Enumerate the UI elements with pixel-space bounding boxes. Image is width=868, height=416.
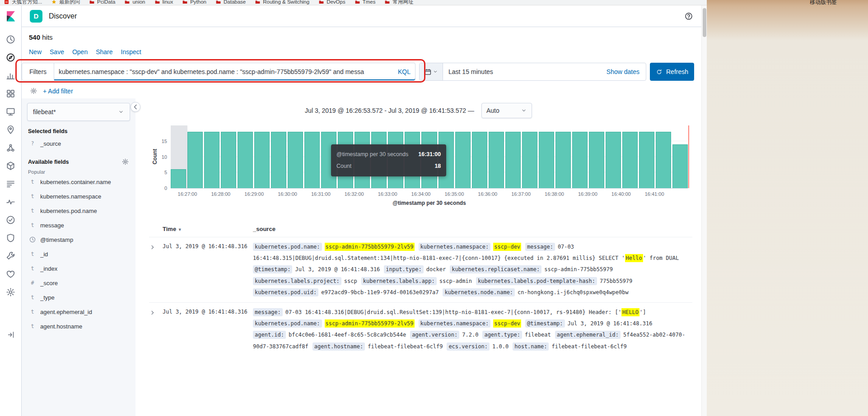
nav-collapse-button[interactable] (6, 330, 15, 339)
histogram-bar[interactable] (672, 144, 688, 188)
field-name-badge: agent.ephemeral_id: (555, 331, 621, 339)
histogram-bar[interactable] (589, 132, 604, 188)
refresh-button[interactable]: Refresh (650, 63, 694, 81)
field-item-agent-hostname[interactable]: tagent.hostname (27, 319, 130, 333)
field-item-kubernetes-container-name[interactable]: tkubernetes.container.name (27, 175, 130, 189)
nav-canvas[interactable] (5, 106, 16, 117)
bookmark-item[interactable]: Routing & Switching (255, 0, 309, 5)
histogram-bar[interactable] (505, 132, 521, 188)
scrollbar[interactable] (701, 5, 707, 416)
field-name: kubernetes.container.name (40, 179, 111, 185)
histogram-bar[interactable] (539, 132, 554, 188)
nav-infrastructure[interactable] (5, 161, 16, 171)
field-item-_type[interactable]: t_type (27, 290, 130, 305)
nav-recently-viewed[interactable] (5, 34, 16, 45)
bookmark-item[interactable]: 常用网址 (384, 0, 413, 5)
field-item-kubernetes-pod-name[interactable]: tkubernetes.pod.name (27, 203, 130, 218)
field-item-_id[interactable]: t_id (27, 247, 130, 261)
field-item-kubernetes-namespace[interactable]: tkubernetes.namespace (27, 189, 130, 203)
space-avatar[interactable]: D (30, 10, 42, 23)
histogram-bar[interactable] (639, 132, 654, 188)
histogram-bar[interactable] (304, 132, 320, 188)
time-range-label[interactable]: Last 15 minutes (443, 68, 499, 75)
histogram-bar[interactable] (555, 132, 571, 188)
field-item-agent-ephemeral_id[interactable]: tagent.ephemeral_id (27, 305, 130, 319)
field-value: bfc4c0e6-1681-4eef-8c65-5c8ca9cb544e (289, 332, 406, 338)
visualize-icon (5, 70, 16, 81)
histogram-bar[interactable] (622, 132, 638, 188)
add-filter-button[interactable]: + Add filter (43, 88, 73, 95)
nav-dev-tools[interactable] (5, 251, 16, 261)
nav-discover[interactable] (5, 52, 16, 63)
kibana-logo[interactable] (0, 5, 22, 27)
histogram-bar[interactable] (238, 132, 253, 188)
histogram-bar[interactable] (221, 132, 236, 188)
bookmark-item[interactable]: Database (215, 0, 246, 5)
nav-visualize[interactable] (5, 70, 16, 81)
bookmark-item[interactable]: Tmes (355, 0, 376, 5)
histogram-bar[interactable] (455, 132, 471, 188)
expand-row-button[interactable] (149, 244, 156, 251)
menu-save[interactable]: Save (50, 48, 64, 55)
field-item--timestamp[interactable]: @timestamp (27, 232, 130, 247)
nav-dashboard[interactable] (5, 88, 16, 99)
collapse-sidebar-button[interactable] (131, 102, 140, 112)
histogram-bar[interactable] (522, 132, 537, 188)
filter-settings-icon[interactable] (30, 87, 37, 95)
menu-share[interactable]: Share (96, 48, 112, 55)
bookmark-item[interactable]: 最新的问 (51, 0, 80, 5)
menu-new[interactable]: New (29, 48, 42, 55)
histogram-bar[interactable] (204, 132, 219, 188)
help-icon[interactable] (684, 12, 693, 21)
bookmark-item[interactable]: 天狐官方知... (4, 0, 42, 5)
nav-uptime[interactable] (5, 215, 16, 225)
bookmark-item[interactable]: DevOps (318, 0, 345, 5)
histogram-bar[interactable] (489, 132, 504, 188)
nav-siem[interactable] (5, 233, 16, 243)
field-value: 07-03 16:41:48.316|DEBUG|druid.sql.Resul… (285, 309, 621, 315)
menu-inspect[interactable]: Inspect (121, 48, 141, 55)
field-item-_index[interactable]: t_index (27, 261, 130, 276)
mobile-bookmarks-label: 移动版书签 (810, 0, 837, 6)
nav-stack-monitoring[interactable] (5, 269, 16, 279)
scrollbar-thumb[interactable] (703, 8, 706, 37)
field-item-_source[interactable]: ?_source (27, 136, 130, 151)
x-tick: 16:35:00 (444, 191, 464, 197)
fields-settings-icon[interactable] (121, 158, 129, 166)
field-item-_score[interactable]: #_score (27, 276, 130, 290)
field-type-icon: t (29, 193, 36, 200)
highlighted-value: sscp-dev (493, 319, 521, 328)
column-header-time[interactable]: Time ▼ (163, 226, 253, 232)
histogram-bar[interactable] (271, 132, 286, 188)
histogram-bar[interactable] (171, 169, 186, 188)
histogram-bar[interactable] (288, 132, 303, 188)
nav-machine-learning[interactable] (5, 143, 16, 153)
bookmark-item[interactable]: Python (182, 0, 206, 5)
index-pattern-select[interactable]: filebeat* (27, 103, 130, 121)
nav-apm[interactable] (5, 197, 16, 207)
nav-maps[interactable] (5, 125, 16, 135)
histogram-bar[interactable] (656, 132, 671, 188)
histogram-bar[interactable] (572, 132, 588, 188)
histogram-bar[interactable] (606, 132, 621, 188)
field-name: kubernetes.namespace (40, 193, 101, 200)
bookmark-item[interactable]: union (124, 0, 145, 5)
histogram-bar[interactable] (187, 132, 203, 188)
field-name-badge: kubernetes.labels.project: (253, 277, 341, 285)
nav-management[interactable] (5, 287, 16, 297)
y-tick: 10 (162, 154, 167, 160)
calendar-button[interactable] (420, 63, 443, 80)
bookmark-item[interactable]: linux (154, 0, 173, 5)
show-dates-button[interactable]: Show dates (600, 68, 646, 75)
menu-open[interactable]: Open (72, 48, 88, 55)
filters-button[interactable]: Filters (22, 63, 54, 81)
field-item-message[interactable]: tmessage (27, 218, 130, 232)
histogram-bar[interactable] (254, 132, 270, 188)
expand-row-button[interactable] (149, 309, 156, 316)
kql-selector[interactable]: KQL (398, 68, 411, 75)
interval-select[interactable]: Auto (481, 103, 532, 118)
query-input[interactable]: kubernetes.namespace : "sscp-dev" and ku… (54, 63, 415, 81)
bookmark-item[interactable]: PciData (89, 0, 115, 5)
nav-logs[interactable] (5, 179, 16, 189)
histogram-bar[interactable] (472, 132, 487, 188)
